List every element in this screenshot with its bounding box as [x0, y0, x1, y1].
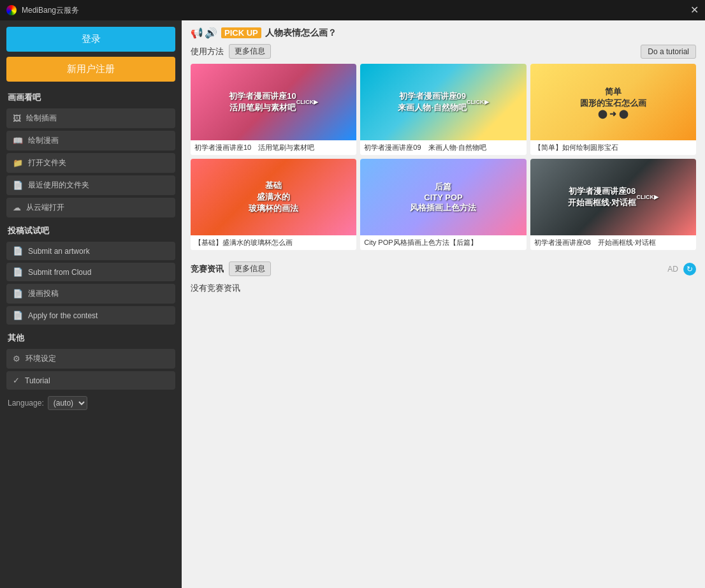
- sidebar-item-label: Apply for the contest: [28, 311, 98, 320]
- recent-icon: 📄: [13, 180, 23, 190]
- card-thumb-manga08: 初学者漫画讲座08开始画框线·对话框CLICK▶: [530, 159, 696, 235]
- card-glass[interactable]: 基础盛满水的玻璃杯的画法 【基础】盛满水的玻璃杯怎么画: [191, 159, 356, 250]
- sidebar-item-settings[interactable]: ⚙ 环境设定: [6, 349, 175, 369]
- card-gem[interactable]: 简单圆形的宝石怎么画⬤ ➜ ⬤ 【简单】如何绘制圆形宝石: [530, 64, 696, 155]
- card-title-manga10: 初学者漫画讲座10 活用笔刷与素材吧: [191, 140, 356, 155]
- sidebar-item-apply-contest[interactable]: 📄 Apply for the contest: [6, 306, 175, 325]
- contest-more-info-button[interactable]: 更多信息: [229, 261, 271, 276]
- sidebar-item-draw-illustration[interactable]: 🖼 绘制插画: [6, 108, 175, 128]
- app-icon: [6, 5, 17, 15]
- tutorial-icon: ✓: [13, 376, 20, 385]
- sidebar-item-label: 绘制漫画: [28, 135, 59, 146]
- sidebar-item-label: Tutorial: [25, 376, 50, 385]
- contest-label: 竞赛资讯: [191, 263, 224, 275]
- refresh-button[interactable]: ↻: [683, 263, 696, 276]
- do-tutorial-button[interactable]: Do a tutorial: [641, 45, 696, 59]
- card-thumb-manga10: 初学者漫画讲座10活用笔刷与素材吧CLICK▶: [191, 64, 356, 140]
- app-window: MediBang云服务 ✕ 登录 新用户注册 画画看吧 🖼 绘制插画 📖 绘制漫…: [0, 0, 705, 588]
- lang-label: Language:: [8, 399, 44, 408]
- card-title-manga08: 初学者漫画讲座08 开始画框线·对话框: [530, 235, 696, 250]
- sidebar-item-label: Submit from Cloud: [28, 268, 91, 277]
- section-other-title: 其他: [6, 330, 175, 346]
- cloud-open-icon: ☁: [13, 203, 21, 212]
- sidebar-item-submit-cloud[interactable]: 📄 Submit from Cloud: [6, 263, 175, 281]
- ad-badge: AD: [667, 265, 678, 274]
- sidebar-item-draw-manga[interactable]: 📖 绘制漫画: [6, 131, 175, 151]
- sidebar-item-label: 漫画投稿: [28, 288, 59, 299]
- sidebar-item-tutorial[interactable]: ✓ Tutorial: [6, 371, 175, 390]
- contest-bar: 竞赛资讯 更多信息 AD ↻: [182, 256, 705, 279]
- card-thumb-citypop: 后篇CITY POP风格插画上色方法: [360, 159, 526, 235]
- pickup-icons: 📢 🔊: [191, 27, 217, 39]
- usage-row: 使用方法 更多信息 Do a tutorial: [182, 41, 705, 64]
- card-thumb-gem: 简单圆形的宝石怎么画⬤ ➜ ⬤: [530, 64, 696, 140]
- register-button[interactable]: 新用户注册: [6, 57, 175, 82]
- card-grid: 初学者漫画讲座10活用笔刷与素材吧CLICK▶ 初学者漫画讲座10 活用笔刷与素…: [182, 64, 705, 256]
- card-manga10[interactable]: 初学者漫画讲座10活用笔刷与素材吧CLICK▶ 初学者漫画讲座10 活用笔刷与素…: [191, 64, 356, 155]
- manga-submit-icon: 📄: [13, 289, 23, 298]
- section-draw-title: 画画看吧: [6, 89, 175, 106]
- settings-icon: ⚙: [13, 354, 20, 364]
- card-manga08[interactable]: 初学者漫画讲座08开始画框线·对话框CLICK▶ 初学者漫画讲座08 开始画框线…: [530, 159, 696, 250]
- sidebar-item-label: 绘制插画: [26, 113, 57, 124]
- apply-contest-icon: 📄: [13, 311, 23, 320]
- usage-label: 使用方法: [191, 46, 224, 57]
- pickup-subtitle: 人物表情怎么画？: [265, 27, 337, 39]
- sidebar-item-label: 打开文件夹: [28, 158, 66, 168]
- illustration-icon: 🖼: [13, 114, 21, 123]
- card-thumb-glass: 基础盛满水的玻璃杯的画法: [191, 159, 356, 235]
- folder-icon: 📁: [13, 158, 23, 168]
- sidebar-item-label: 环境设定: [25, 353, 56, 364]
- sidebar-item-label: 从云端打开: [26, 202, 64, 213]
- card-title-gem: 【简单】如何绘制圆形宝石: [530, 140, 696, 155]
- submit-artwork-icon: 📄: [13, 246, 23, 256]
- no-contest-text: 没有竞赛资讯: [182, 279, 705, 307]
- card-manga09[interactable]: 初学者漫画讲座09来画人物·自然物吧CLICK▶ 初学者漫画讲座09 来画人物·…: [360, 64, 526, 155]
- pickup-bar: 📢 🔊 PICK UP 人物表情怎么画？: [182, 20, 705, 41]
- language-row: Language: (auto): [6, 396, 175, 410]
- submit-cloud-icon: 📄: [13, 267, 23, 277]
- manga-icon: 📖: [13, 136, 23, 145]
- card-thumb-manga09: 初学者漫画讲座09来画人物·自然物吧CLICK▶: [360, 64, 526, 140]
- lang-select[interactable]: (auto): [48, 396, 87, 410]
- sidebar-item-manga-submit[interactable]: 📄 漫画投稿: [6, 284, 175, 304]
- sidebar: 登录 新用户注册 画画看吧 🖼 绘制插画 📖 绘制漫画 📁 打开文件夹 📄 最近…: [0, 20, 182, 588]
- sidebar-item-open-cloud[interactable]: ☁ 从云端打开: [6, 198, 175, 217]
- window-title: MediBang云服务: [22, 5, 690, 16]
- pickup-badge: PICK UP: [221, 27, 261, 38]
- login-button[interactable]: 登录: [6, 27, 175, 52]
- content-area: 登录 新用户注册 画画看吧 🖼 绘制插画 📖 绘制漫画 📁 打开文件夹 📄 最近…: [0, 20, 705, 588]
- card-citypop[interactable]: 后篇CITY POP风格插画上色方法 City POP风格插画上色方法【后篇】: [360, 159, 526, 250]
- sidebar-item-open-folder[interactable]: 📁 打开文件夹: [6, 153, 175, 173]
- titlebar: MediBang云服务 ✕: [0, 0, 705, 20]
- sidebar-item-submit-artwork[interactable]: 📄 Submit an artwork: [6, 242, 175, 260]
- usage-more-info-button[interactable]: 更多信息: [229, 44, 271, 59]
- sidebar-item-label: 最近使用的文件夹: [28, 180, 89, 191]
- section-submit-title: 投稿试试吧: [6, 223, 175, 239]
- card-title-citypop: City POP风格插画上色方法【后篇】: [360, 235, 526, 250]
- sidebar-item-label: Submit an artwork: [28, 247, 90, 256]
- close-button[interactable]: ✕: [690, 5, 699, 15]
- card-title-manga09: 初学者漫画讲座09 来画人物·自然物吧: [360, 140, 526, 155]
- main-content: 📢 🔊 PICK UP 人物表情怎么画？ 使用方法 更多信息 Do a tuto…: [182, 20, 705, 588]
- card-title-glass: 【基础】盛满水的玻璃杯怎么画: [191, 235, 356, 250]
- sidebar-item-recent-folder[interactable]: 📄 最近使用的文件夹: [6, 175, 175, 195]
